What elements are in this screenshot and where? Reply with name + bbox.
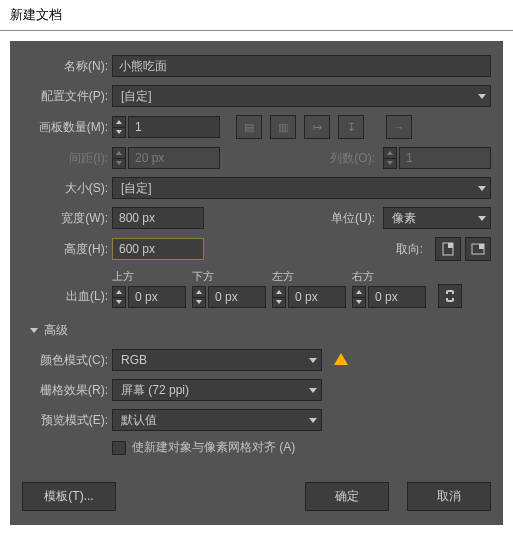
arrow-right-icon: ↦ <box>304 115 330 139</box>
bleed-bottom-label: 下方 <box>192 269 214 284</box>
bleed-label: 出血(L): <box>22 288 112 305</box>
name-input[interactable] <box>112 55 491 77</box>
artboard-count-label: 画板数量(M): <box>22 119 112 136</box>
advanced-label: 高级 <box>44 322 68 339</box>
spacing-label: 间距(I): <box>22 150 112 167</box>
landscape-icon[interactable] <box>465 237 491 261</box>
cols-input <box>399 147 491 169</box>
bleed-right-input[interactable] <box>368 286 426 308</box>
svg-rect-1 <box>448 243 453 248</box>
spacing-stepper <box>112 147 126 169</box>
name-label: 名称(N): <box>22 58 112 75</box>
unit-select[interactable]: 像素 <box>383 207 491 229</box>
profile-select[interactable]: [自定] <box>112 85 491 107</box>
colormode-label: 颜色模式(C): <box>22 352 112 369</box>
raster-label: 栅格效果(R): <box>22 382 112 399</box>
bleed-left-input[interactable] <box>288 286 346 308</box>
grid-col-icon: ▥ <box>270 115 296 139</box>
bleed-top-stepper[interactable] <box>112 286 126 308</box>
profile-label: 配置文件(P): <box>22 88 112 105</box>
bleed-link-icon[interactable] <box>438 284 462 308</box>
raster-value: 屏幕 (72 ppi) <box>121 382 189 399</box>
advanced-disclosure[interactable]: 高级 <box>30 322 491 339</box>
preview-label: 预览模式(E): <box>22 412 112 429</box>
orientation-label: 取向: <box>396 241 423 258</box>
width-label: 宽度(W): <box>22 210 112 227</box>
template-button[interactable]: 模板(T)... <box>22 482 116 511</box>
warning-icon <box>334 353 348 365</box>
cols-stepper <box>383 147 397 169</box>
colormode-select[interactable]: RGB <box>112 349 322 371</box>
bleed-top-label: 上方 <box>112 269 134 284</box>
size-select[interactable]: [自定] <box>112 177 491 199</box>
unit-value: 像素 <box>392 210 416 227</box>
bleed-left-label: 左方 <box>272 269 294 284</box>
colormode-value: RGB <box>121 353 147 367</box>
arrow-down-icon: ↧ <box>338 115 364 139</box>
bleed-left-stepper[interactable] <box>272 286 286 308</box>
unit-label: 单位(U): <box>331 210 375 227</box>
raster-select[interactable]: 屏幕 (72 ppi) <box>112 379 322 401</box>
bleed-right-label: 右方 <box>352 269 374 284</box>
bleed-bottom-input[interactable] <box>208 286 266 308</box>
preview-select[interactable]: 默认值 <box>112 409 322 431</box>
width-input[interactable] <box>112 207 204 229</box>
bleed-right-stepper[interactable] <box>352 286 366 308</box>
preview-value: 默认值 <box>121 412 157 429</box>
spacing-input <box>128 147 220 169</box>
ok-button[interactable]: 确定 <box>305 482 389 511</box>
size-value: [自定] <box>121 180 152 197</box>
align-pixel-checkbox[interactable] <box>112 441 126 455</box>
svg-rect-3 <box>479 244 484 249</box>
height-input[interactable] <box>112 238 204 260</box>
dialog-body: 名称(N): 配置文件(P): [自定] 画板数量(M): ▤ ▥ ↦ ↧ → … <box>10 41 503 525</box>
bleed-top-input[interactable] <box>128 286 186 308</box>
size-label: 大小(S): <box>22 180 112 197</box>
dialog-title: 新建文档 <box>0 0 513 31</box>
portrait-icon[interactable] <box>435 237 461 261</box>
artboard-count-input[interactable] <box>128 116 220 138</box>
grid-row-icon: ▤ <box>236 115 262 139</box>
cols-label: 列数(O): <box>330 150 375 167</box>
profile-value: [自定] <box>121 88 152 105</box>
cancel-button[interactable]: 取消 <box>407 482 491 511</box>
bleed-bottom-stepper[interactable] <box>192 286 206 308</box>
align-pixel-label: 使新建对象与像素网格对齐 (A) <box>132 439 295 456</box>
arrow-right2-icon: → <box>386 115 412 139</box>
height-label: 高度(H): <box>22 241 112 258</box>
artboard-count-stepper[interactable] <box>112 116 126 138</box>
